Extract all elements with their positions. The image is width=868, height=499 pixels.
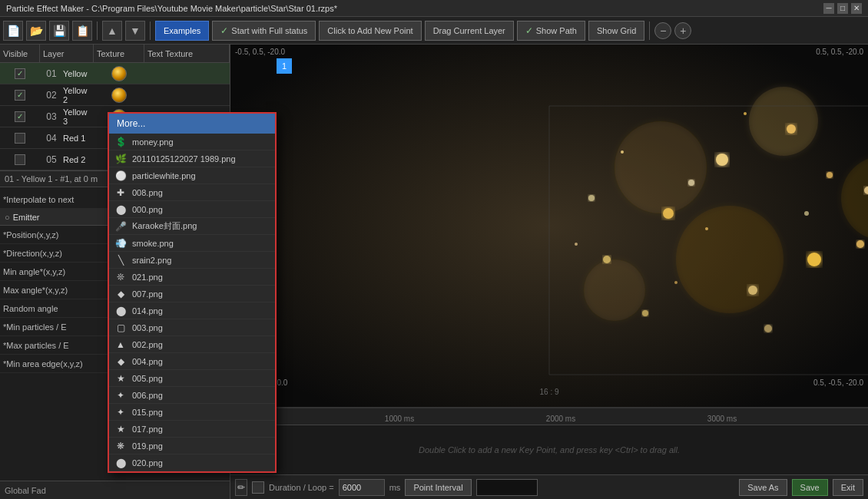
timeline-mark-1000: 1000 ms [385,415,414,423]
checkbox-04[interactable] [15,133,25,144]
show-grid-button[interactable]: Show Grid [588,21,644,41]
save-icon-button[interactable]: 💾 [49,21,69,41]
layer-num-04: 04 [40,133,63,144]
list-item[interactable]: 💲money.png [109,134,275,150]
show-grid-label: Show Grid [597,26,636,35]
dropdown-item-icon: ⬤ [114,456,128,470]
close-button[interactable]: ✕ [851,3,862,14]
timeline-body[interactable]: Double Click to add a new Key Point, and… [230,425,868,474]
point-interval-button[interactable]: Point Interval [405,479,471,496]
list-item[interactable]: ⚪particlewhite.png [109,167,275,184]
dropdown-item-label: 007.png [132,289,163,299]
layer-num-05: 05 [40,154,63,165]
separator-2 [150,21,151,40]
dropdown-item-icon: ⬤ [114,304,128,318]
list-item[interactable]: ▢003.png [109,319,275,336]
timeline-checkbox[interactable] [252,481,264,494]
texture-swatch-02[interactable] [111,88,127,103]
layer-visible-05[interactable] [0,154,40,165]
list-item[interactable]: ▲002.png [109,336,275,353]
duration-input[interactable] [339,479,385,496]
layer-visible-02[interactable]: ✓ [0,90,40,101]
dropdown-item-icon: ╲ [114,253,128,267]
list-item[interactable]: ╲srain2.png [109,252,275,269]
dropdown-item-label: 017.png [132,425,163,434]
dropdown-item-label: 019.png [132,441,163,451]
layer-tex-02[interactable] [94,88,144,103]
layer-visible-03[interactable]: ✓ [0,111,40,122]
show-path-button[interactable]: ✓ Show Path [517,21,585,41]
list-item[interactable]: ★017.png [109,421,275,438]
layer-tex-01[interactable] [94,66,144,81]
dropdown-item-label: 20110125122027 1989.png [132,154,236,164]
start-button[interactable]: ✓ Start with Full status [212,21,316,41]
list-item[interactable]: 💨smoke.png [109,235,275,252]
checkbox-01[interactable]: ✓ [15,68,25,79]
layer-name-04: Red 1 [63,134,94,143]
table-row[interactable]: ✓ 02 Yellow 2 [0,84,230,106]
svg-point-28 [674,281,678,284]
separator-1 [97,21,98,40]
list-item[interactable]: ⬤020.png [109,454,275,471]
checkbox-03[interactable]: ✓ [15,111,25,122]
svg-point-15 [856,240,864,248]
list-item[interactable]: ★005.png [109,370,275,387]
list-item[interactable]: ⬤000.png [109,201,275,218]
checkbox-02[interactable]: ✓ [15,90,25,101]
maximize-button[interactable]: □ [837,3,848,14]
saveas-icon-button[interactable]: 📋 [72,21,92,41]
up-button[interactable]: ▲ [102,21,122,41]
dropdown-item-icon: ⚪ [114,169,128,183]
dropdown-item-label: 008.png [132,188,163,197]
checkbox-05[interactable] [15,154,25,165]
drag-layer-label: Drag Current Layer [433,26,505,35]
particle-canvas-svg [230,45,868,407]
texture-swatch-01[interactable] [111,66,127,81]
save-as-button[interactable]: Save As [739,479,787,496]
titlebar-controls[interactable]: ─ □ ✕ [823,3,862,14]
timeline-pencil-icon[interactable]: ✏ [235,479,247,496]
svg-point-7 [787,124,796,134]
save-button[interactable]: Save [792,479,828,496]
zoom-out-button[interactable]: − [654,22,671,39]
texture-dropdown-menu[interactable]: More... 💲money.png🌿20110125122027 1989.p… [108,112,277,473]
list-item[interactable]: ◆004.png [109,353,275,370]
list-item[interactable]: ❊021.png [109,269,275,286]
list-item[interactable]: ⬤014.png [109,302,275,319]
dropdown-item-label: 003.png [132,323,163,332]
dropdown-item-label: 014.png [132,306,163,316]
dropdown-item-icon: ★ [114,422,128,436]
list-item[interactable]: ✚008.png [109,184,275,201]
duration-label: Duration / Loop = [269,483,334,492]
list-item[interactable]: 🌿20110125122027 1989.png [109,150,275,167]
exit-button[interactable]: Exit [833,479,863,496]
header-visible: Visible [0,45,40,62]
open-button[interactable]: 📂 [26,21,46,41]
drag-layer-button[interactable]: Drag Current Layer [425,21,514,41]
dropdown-more-button[interactable]: More... [109,114,275,134]
layer-visible-04[interactable] [0,133,40,144]
dropdown-item-icon: 💲 [114,135,128,149]
dropdown-item-label: 000.png [132,205,163,214]
layer-visible-01[interactable]: ✓ [0,68,40,79]
list-item[interactable]: ✦015.png [109,404,275,421]
point-badge[interactable]: 1 [277,58,292,74]
list-item[interactable]: ✦006.png [109,387,275,404]
new-button[interactable]: 📄 [3,21,23,41]
collapse-icon: ○ [5,213,10,222]
show-path-label: Show Path [536,26,577,35]
list-item[interactable]: ❋019.png [109,438,275,454]
table-row[interactable]: ✓ 01 Yellow [0,63,230,84]
dropdown-item-icon: 🌿 [114,152,128,166]
list-item[interactable]: ◆007.png [109,286,275,302]
examples-button[interactable]: Examples [155,21,209,41]
svg-point-13 [748,286,757,295]
minimize-button[interactable]: ─ [823,3,834,14]
point-interval-input[interactable] [476,479,538,496]
list-item[interactable]: 🎤Karaoke封面.png [109,218,275,235]
particle-canvas-area[interactable]: -0.5, 0.5, -20.0 0.5, 0.5, -20.0 -0.5, -… [230,45,868,407]
down-button[interactable]: ▼ [125,21,145,41]
zoom-in-button[interactable]: + [674,22,691,39]
add-point-button[interactable]: Click to Add New Point [319,21,421,41]
dropdown-item-icon: ◆ [114,355,128,368]
